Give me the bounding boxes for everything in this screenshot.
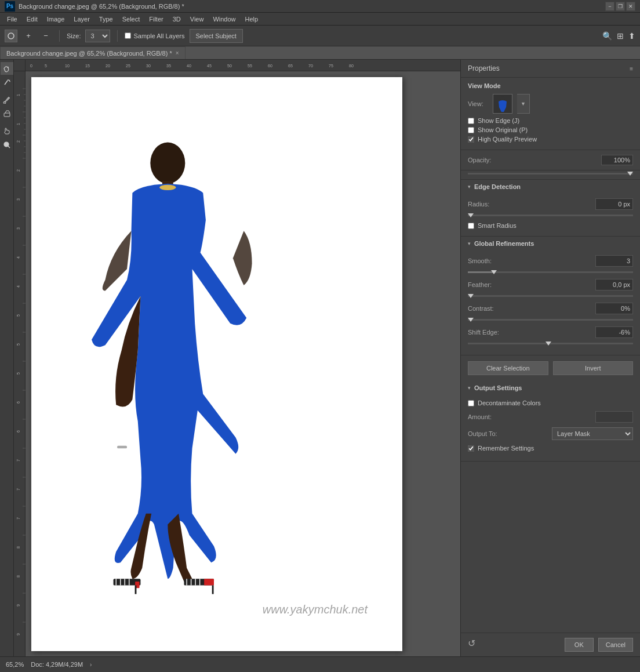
erase-tool[interactable] <box>1 107 13 120</box>
view-dropdown[interactable]: ▼ <box>517 94 530 114</box>
radius-label: Radius: <box>468 201 591 208</box>
menu-layer[interactable]: Layer <box>69 14 94 24</box>
output-to-select[interactable]: Layer Mask New Layer New Layer with Mask… <box>552 427 633 440</box>
quick-selection-tool[interactable] <box>1 62 13 75</box>
decontaminate-checkbox[interactable] <box>468 400 474 406</box>
document-tab[interactable]: Background change.jpeg @ 65,2% (Backgrou… <box>0 46 186 59</box>
svg-text:50: 50 <box>227 64 232 68</box>
hand-tool[interactable] <box>1 125 13 137</box>
menu-view[interactable]: View <box>186 14 209 24</box>
selection-buttons-row: Clear Selection Invert <box>468 361 633 375</box>
magic-wand-tool[interactable] <box>1 76 13 89</box>
view-mode-section: View Mode View: ▼ Show Edge (J) <box>461 78 640 150</box>
remember-settings-checkbox[interactable] <box>468 445 474 452</box>
svg-text:6: 6 <box>16 401 20 404</box>
properties-expand-btn[interactable]: ≡ <box>630 66 633 72</box>
opacity-slider-track[interactable] <box>468 173 633 175</box>
opacity-slider-thumb[interactable] <box>627 172 633 176</box>
search-icon[interactable]: 🔍 <box>602 31 612 41</box>
menu-select[interactable]: Select <box>118 14 145 24</box>
menu-help[interactable]: Help <box>241 14 263 24</box>
svg-text:3: 3 <box>16 227 20 230</box>
brush-tool-icon[interactable] <box>5 30 17 42</box>
show-edge-checkbox[interactable] <box>468 118 474 124</box>
zoom-tool[interactable] <box>1 139 13 151</box>
smooth-input[interactable] <box>595 255 633 267</box>
menu-type[interactable]: Type <box>94 14 118 24</box>
decontaminate-row: Decontaminate Colors <box>468 399 633 406</box>
edge-detection-chevron: ▾ <box>468 184 471 190</box>
menu-image[interactable]: Image <box>42 14 70 24</box>
shift-edge-input[interactable] <box>595 326 633 338</box>
show-original-checkbox[interactable] <box>468 127 474 133</box>
svg-text:7: 7 <box>16 517 20 520</box>
radius-slider-track[interactable] <box>468 215 633 216</box>
amount-input[interactable] <box>595 411 633 423</box>
properties-panel: Properties ≡ View Mode View: ▼ <box>460 60 640 656</box>
smooth-label: Smooth: <box>468 257 591 264</box>
zoom-level: 65,2% <box>6 661 24 668</box>
global-refinements-header[interactable]: ▾ Global Refinements <box>461 237 640 250</box>
shift-edge-slider-thumb[interactable] <box>546 342 551 346</box>
radius-slider-thumb[interactable] <box>468 213 474 217</box>
sample-all-layers-checkbox[interactable] <box>125 32 131 39</box>
contrast-input[interactable] <box>595 303 633 314</box>
view-thumbnail[interactable] <box>493 94 512 114</box>
output-settings-header[interactable]: ▾ Output Settings <box>461 381 640 395</box>
size-select[interactable]: 3 5 10 <box>85 30 110 42</box>
add-tool-icon[interactable]: + <box>22 30 35 42</box>
share-icon[interactable]: ⬆ <box>628 31 635 41</box>
menu-file[interactable]: File <box>2 14 22 24</box>
high-quality-preview-checkbox[interactable] <box>468 136 474 143</box>
contrast-slider-thumb[interactable] <box>468 318 474 322</box>
shift-edge-slider-track[interactable] <box>468 343 633 344</box>
opacity-input[interactable] <box>601 155 633 165</box>
brush-tool[interactable] <box>1 93 13 106</box>
opacity-row: Opacity: <box>461 150 640 170</box>
doc-info-arrow[interactable]: › <box>90 662 92 668</box>
select-subject-button[interactable]: Select Subject <box>190 29 243 43</box>
smart-radius-checkbox[interactable] <box>468 223 474 229</box>
feather-row: Feather: <box>468 279 633 290</box>
canvas-container: 0 5 10 15 20 25 30 35 40 45 50 55 <box>14 60 460 656</box>
subtract-tool-icon[interactable]: − <box>39 30 52 42</box>
view-label: View: <box>468 100 488 107</box>
svg-point-0 <box>8 33 14 39</box>
feather-input[interactable] <box>595 279 633 290</box>
menu-window[interactable]: Window <box>208 14 240 24</box>
svg-point-1 <box>8 67 9 68</box>
high-quality-preview-row: High Quality Preview <box>468 136 633 143</box>
smooth-slider-track[interactable] <box>468 271 633 273</box>
edge-detection-header[interactable]: ▾ Edge Detection <box>461 180 640 194</box>
smooth-slider-thumb[interactable] <box>491 270 497 274</box>
global-refinements-chevron: ▾ <box>468 241 471 246</box>
invert-button[interactable]: Invert <box>553 361 634 375</box>
restore-button[interactable]: ❐ <box>616 2 625 11</box>
canvas-image: www.yakymchuk.net <box>31 77 402 651</box>
show-original-label: Show Original (P) <box>478 126 528 133</box>
svg-text:9: 9 <box>16 633 20 635</box>
feather-slider-thumb[interactable] <box>468 294 474 298</box>
menu-edit[interactable]: Edit <box>22 14 42 24</box>
radius-input[interactable] <box>595 198 633 210</box>
reset-button[interactable]: ↺ <box>468 638 475 652</box>
feather-slider-track[interactable] <box>468 295 633 297</box>
minimize-button[interactable]: − <box>605 2 614 11</box>
ok-button[interactable]: OK <box>565 638 594 652</box>
separator-2 <box>117 30 118 42</box>
amount-label: Amount: <box>468 413 591 420</box>
properties-title: Properties <box>468 64 500 72</box>
svg-text:4: 4 <box>16 256 20 259</box>
view-mode-icon[interactable]: ⊞ <box>617 31 624 41</box>
contrast-label: Contrast: <box>468 305 591 312</box>
svg-text:8: 8 <box>16 575 20 577</box>
doc-tab-close[interactable]: × <box>176 50 179 56</box>
close-button[interactable]: ✕ <box>626 2 635 11</box>
menu-3d[interactable]: 3D <box>168 14 186 24</box>
edge-detection-title: Edge Detection <box>474 183 521 190</box>
cancel-button[interactable]: Cancel <box>598 638 633 652</box>
contrast-slider-track[interactable] <box>468 319 633 321</box>
svg-text:6: 6 <box>16 430 20 433</box>
menu-filter[interactable]: Filter <box>144 14 168 24</box>
clear-selection-button[interactable]: Clear Selection <box>468 361 548 375</box>
